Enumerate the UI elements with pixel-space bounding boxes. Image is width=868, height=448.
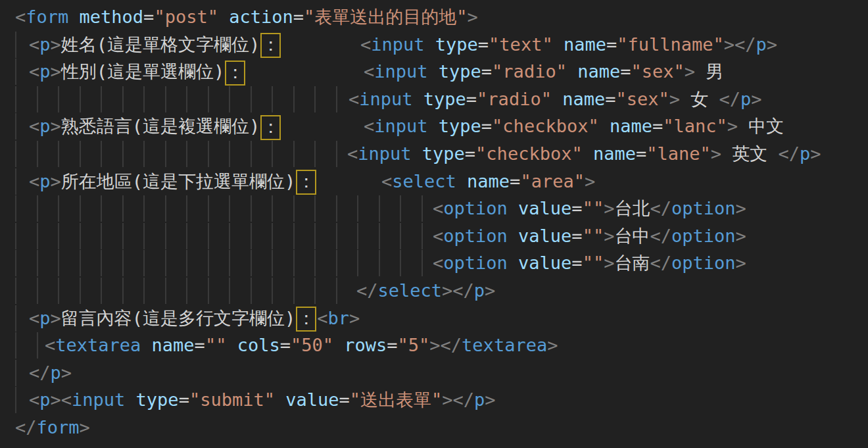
- token-tag[interactable]: input: [72, 389, 125, 410]
- token-attribute[interactable]: name: [467, 171, 510, 191]
- token-tag[interactable]: option: [671, 253, 736, 273]
- token-punctuation[interactable]: >: [735, 198, 746, 218]
- token-equals[interactable]: =: [195, 335, 205, 355]
- token-equals[interactable]: =: [571, 198, 582, 218]
- token-tag[interactable]: option: [443, 226, 508, 246]
- token-punctuation[interactable]: >: [80, 417, 90, 437]
- token-string[interactable]: "": [205, 335, 227, 355]
- token-equals[interactable]: =: [466, 89, 477, 109]
- token-tag[interactable]: p: [756, 34, 767, 55]
- token-punctuation[interactable]: <: [29, 308, 39, 328]
- token-tag[interactable]: p: [39, 389, 50, 410]
- code-line[interactable]: </select></p>: [0, 277, 868, 305]
- unicode-highlight-colon[interactable]: ：: [260, 33, 281, 58]
- code-editor[interactable]: <form method="post" action="表單送出的目的地"><p…: [0, 0, 868, 448]
- token-equals[interactable]: =: [478, 34, 489, 55]
- code-line[interactable]: </form>: [0, 414, 868, 441]
- token-attribute[interactable]: name: [610, 116, 652, 136]
- token-equals[interactable]: =: [571, 253, 582, 273]
- token-attribute[interactable]: type: [439, 116, 481, 136]
- token-text[interactable]: 熟悉語言(這是複選欄位): [61, 116, 260, 136]
- token-string[interactable]: "fullname": [617, 34, 724, 55]
- token-punctuation[interactable]: <: [349, 89, 359, 109]
- token-punctuation[interactable]: <: [360, 34, 371, 55]
- unicode-highlight-colon[interactable]: ：: [296, 307, 316, 332]
- token-punctuation[interactable]: ><: [51, 389, 72, 410]
- token-equals[interactable]: =: [465, 143, 475, 164]
- token-text[interactable]: [583, 143, 593, 164]
- token-attribute[interactable]: action: [229, 7, 293, 27]
- token-equals[interactable]: =: [293, 7, 304, 27]
- token-punctuation[interactable]: <: [433, 226, 443, 246]
- token-text[interactable]: [552, 89, 562, 109]
- token-text[interactable]: [508, 253, 518, 273]
- token-punctuation[interactable]: ></: [724, 34, 756, 55]
- token-punctuation[interactable]: >: [51, 61, 61, 82]
- token-equals[interactable]: =: [481, 116, 492, 136]
- token-equals[interactable]: =: [143, 7, 154, 27]
- token-text[interactable]: [275, 389, 285, 410]
- token-text[interactable]: 男: [695, 61, 723, 82]
- token-string[interactable]: "text": [489, 34, 553, 55]
- unicode-highlight-colon[interactable]: ：: [296, 170, 316, 195]
- token-attribute[interactable]: type: [439, 61, 481, 82]
- token-text[interactable]: [333, 335, 344, 355]
- token-punctuation[interactable]: >: [485, 280, 495, 301]
- token-punctuation[interactable]: >: [604, 253, 614, 273]
- token-text[interactable]: 台中: [614, 226, 650, 246]
- token-tag[interactable]: input: [374, 61, 427, 82]
- token-string[interactable]: "lane": [646, 143, 711, 164]
- token-attribute[interactable]: name: [562, 89, 605, 109]
- token-string[interactable]: "送出表單": [350, 389, 443, 410]
- token-tag[interactable]: p: [51, 362, 61, 383]
- token-attribute[interactable]: type: [435, 34, 478, 55]
- token-tag[interactable]: p: [474, 280, 485, 301]
- token-string[interactable]: "checkbox": [492, 116, 599, 136]
- token-attribute[interactable]: value: [518, 226, 571, 246]
- token-tag[interactable]: br: [328, 308, 350, 328]
- token-tag[interactable]: option: [443, 198, 508, 218]
- token-string[interactable]: "50": [291, 335, 333, 355]
- token-tag[interactable]: form: [26, 7, 68, 27]
- token-punctuation[interactable]: >: [735, 226, 746, 246]
- token-punctuation[interactable]: >: [51, 308, 61, 328]
- token-attribute[interactable]: value: [518, 253, 571, 273]
- token-equals[interactable]: =: [606, 34, 617, 55]
- token-punctuation[interactable]: </: [15, 417, 37, 437]
- token-string[interactable]: "sex": [631, 61, 684, 82]
- token-punctuation[interactable]: ></: [429, 335, 462, 355]
- token-tag[interactable]: p: [39, 116, 50, 136]
- token-punctuation[interactable]: ></: [442, 389, 474, 410]
- token-punctuation[interactable]: </: [650, 198, 671, 218]
- token-attribute[interactable]: value: [285, 389, 339, 410]
- token-text[interactable]: [567, 61, 577, 82]
- token-punctuation[interactable]: </: [719, 89, 741, 109]
- token-tag[interactable]: option: [671, 198, 736, 218]
- token-punctuation[interactable]: >: [711, 143, 721, 164]
- token-tag[interactable]: option: [671, 226, 736, 246]
- token-punctuation[interactable]: >: [810, 143, 821, 164]
- token-text[interactable]: [413, 89, 423, 109]
- code-line[interactable]: <input type="radio" name="sex"> 女 </p>: [0, 86, 868, 113]
- token-tag[interactable]: form: [37, 417, 80, 437]
- token-string[interactable]: "post": [154, 7, 218, 27]
- token-punctuation[interactable]: >: [604, 226, 614, 246]
- token-punctuation[interactable]: >: [547, 335, 558, 355]
- token-string[interactable]: "sex": [615, 89, 669, 109]
- token-equals[interactable]: =: [571, 226, 582, 246]
- token-punctuation[interactable]: >: [669, 89, 680, 109]
- code-line[interactable]: <option value="">台南</option>: [0, 249, 868, 277]
- token-equals[interactable]: =: [179, 389, 189, 410]
- token-string[interactable]: "": [583, 226, 604, 246]
- code-line[interactable]: <p>所在地區(這是下拉選單欄位)：<select name="area">: [0, 168, 868, 195]
- unicode-highlight-colon[interactable]: ：: [225, 61, 245, 86]
- code-line[interactable]: <form method="post" action="表單送出的目的地">: [0, 3, 868, 31]
- token-punctuation[interactable]: >: [349, 308, 360, 328]
- token-attribute[interactable]: value: [518, 198, 571, 218]
- token-tag[interactable]: p: [800, 143, 810, 164]
- token-punctuation[interactable]: >: [51, 171, 61, 191]
- token-string[interactable]: "5": [398, 335, 430, 355]
- token-text[interactable]: [68, 7, 79, 27]
- token-punctuation[interactable]: >: [751, 89, 761, 109]
- token-punctuation[interactable]: <: [29, 171, 39, 191]
